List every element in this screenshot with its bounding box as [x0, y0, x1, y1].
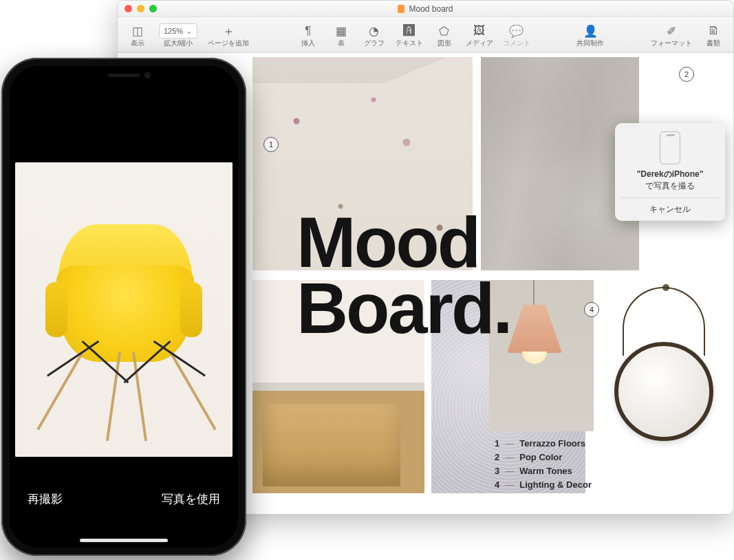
legend-text: Warm Tones — [519, 464, 572, 478]
sidebar-icon: ◫ — [132, 23, 143, 39]
chair-arm — [180, 282, 202, 337]
chair-leg — [132, 352, 147, 441]
text-button[interactable]: 🅰︎ テキスト — [393, 22, 426, 50]
titlebar: Mood board — [118, 1, 733, 17]
iphone-device: 再撮影 写真を使用 — [1, 58, 246, 556]
cancel-button[interactable]: キャンセル — [620, 197, 720, 221]
text-label: テキスト — [396, 39, 423, 48]
chart-label: グラフ — [364, 39, 385, 48]
chair-seat — [56, 266, 194, 362]
paragraph-icon: ¶ — [305, 23, 311, 39]
chart-button[interactable]: ◔ グラフ — [360, 22, 389, 50]
table-label: 表 — [338, 39, 345, 48]
legend-num: 2 — [495, 451, 499, 464]
chair-leg — [169, 352, 216, 431]
popover-action: で写真を撮る — [645, 181, 695, 191]
shape-icon: ⬠ — [439, 23, 449, 39]
media-icon: 🖼︎ — [473, 23, 485, 39]
notch — [65, 66, 182, 85]
legend-text: Lighting & Decor — [519, 478, 592, 492]
toolbar: ◫ 表示 125% 拡大/縮小 ＋ ページを追加 ¶ 挿入 ▦ 表 ◔ グラフ … — [118, 17, 733, 53]
collaborate-icon: 👤 — [583, 23, 598, 39]
shape-label: 図形 — [438, 39, 451, 48]
popover-device: "DerekのiPhone" — [637, 169, 704, 179]
brush-icon: ✐ — [667, 23, 676, 39]
image-pendant-lamp[interactable] — [489, 280, 594, 431]
retake-button[interactable]: 再撮影 — [28, 491, 63, 507]
legend-dash: — — [505, 451, 514, 464]
lamp-cord — [533, 280, 535, 306]
add-page-button[interactable]: ＋ ページを追加 — [204, 22, 252, 50]
chair-arm — [45, 282, 67, 337]
use-photo-button[interactable]: 写真を使用 — [162, 491, 220, 507]
doc-icon — [398, 5, 404, 13]
legend-text: Terrazzo Floors — [519, 437, 585, 451]
image-sofa[interactable] — [252, 280, 424, 493]
chair-leg — [36, 352, 83, 431]
continuity-camera-popover: "DerekのiPhone" で写真を撮る キャンセル — [615, 123, 725, 221]
legend-row: 4—Lighting & Decor — [495, 478, 592, 492]
document-label: 書類 — [706, 39, 720, 48]
insert-button[interactable]: ¶ 挿入 — [294, 22, 323, 50]
add-page-label: ページを追加 — [208, 39, 249, 48]
home-indicator[interactable] — [80, 539, 168, 542]
legend-dash: — — [505, 464, 514, 478]
comment-icon: 💬 — [509, 23, 523, 39]
callout-marker-2: 2 — [679, 67, 694, 82]
mirror-glass — [614, 342, 713, 441]
camera-viewfinder[interactable] — [15, 162, 233, 457]
legend-text: Pop Color — [519, 451, 562, 464]
image-terrazzo[interactable] — [252, 57, 473, 270]
popover-message: "DerekのiPhone" で写真を撮る — [620, 169, 720, 192]
legend-row: 2—Pop Color — [495, 451, 592, 464]
view-label: 表示 — [131, 39, 144, 48]
table-button[interactable]: ▦ 表 — [327, 22, 356, 50]
zoom-label: 拡大/縮小 — [164, 39, 193, 48]
legend-dash: — — [505, 478, 514, 492]
legend-list[interactable]: 1—Terrazzo Floors 2—Pop Color 3—Warm Ton… — [495, 437, 592, 493]
callout-marker-1: 1 — [263, 137, 279, 152]
media-label: メディア — [466, 39, 493, 48]
document-icon: 🗎 — [708, 23, 720, 39]
legend-row: 3—Warm Tones — [495, 464, 592, 478]
image-round-mirror[interactable] — [599, 280, 727, 507]
view-button[interactable]: ◫ 表示 — [123, 22, 152, 50]
window-title: Mood board — [118, 4, 733, 14]
phone-outline-icon — [660, 131, 680, 164]
format-button[interactable]: ✐ フォーマット — [648, 22, 695, 50]
zoom-menu[interactable]: 125% 拡大/縮小 — [156, 22, 200, 50]
legend-num: 3 — [495, 464, 499, 478]
table-icon: ▦ — [336, 23, 347, 39]
iphone-screen: 再撮影 写真を使用 — [10, 66, 238, 548]
lamp-shade — [507, 305, 562, 353]
legend-num: 4 — [495, 478, 499, 492]
shape-button[interactable]: ⬠ 図形 — [430, 22, 459, 50]
format-label: フォーマット — [651, 39, 692, 48]
legend-row: 1—Terrazzo Floors — [495, 437, 592, 451]
text-icon: 🅰︎ — [403, 23, 415, 39]
lamp-bulb — [522, 352, 547, 364]
window-title-text: Mood board — [409, 4, 453, 14]
collaborate-button[interactable]: 👤 共同制作 — [574, 22, 607, 50]
document-button[interactable]: 🗎 書類 — [699, 22, 728, 50]
comment-button[interactable]: 💬 コメント — [500, 22, 533, 50]
insert-label: 挿入 — [301, 39, 315, 48]
camera-bottom-bar: 再撮影 写真を使用 — [10, 457, 238, 548]
collaborate-label: 共同制作 — [576, 39, 604, 48]
plus-page-icon: ＋ — [223, 23, 235, 39]
legend-num: 1 — [495, 437, 499, 451]
legend-dash: — — [505, 437, 514, 451]
comment-label: コメント — [503, 39, 530, 48]
chart-icon: ◔ — [369, 23, 379, 39]
media-button[interactable]: 🖼︎ メディア — [463, 22, 496, 50]
callout-marker-4: 4 — [584, 302, 599, 317]
zoom-value[interactable]: 125% — [159, 23, 197, 39]
